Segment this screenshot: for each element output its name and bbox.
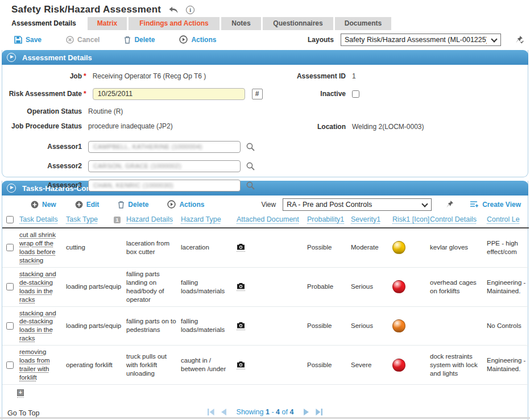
layouts-select[interactable]: Safety Risk/Hazard Assessment (ML-001225…	[341, 34, 501, 46]
job-procedure-status-row: Job Procedure Status procedure inadequat…	[2, 119, 264, 134]
job-procedure-status-label: Job Procedure Status	[2, 122, 82, 130]
location-row: Location Welding 2(LOCM-0003)	[263, 119, 525, 134]
row-checkbox[interactable]	[6, 322, 14, 330]
tab-findings-and-actions[interactable]: Findings and Actions	[129, 17, 220, 30]
column-task-details[interactable]: Task Details	[19, 215, 57, 223]
risk-assessment-date-input[interactable]	[93, 88, 245, 100]
tasks-hazards-controls-panel: Tasks-Hazards-Controls New Edit Delete A…	[2, 181, 528, 420]
page-title: Safety Risk/Hazard Assessment	[11, 4, 161, 15]
cancel-icon	[66, 36, 74, 44]
assessment-details-panel: Assessment Details Job * Receiving Opera…	[2, 50, 528, 177]
attached-document-link[interactable]	[237, 361, 245, 369]
calendar-picker-icon[interactable]: #	[252, 89, 263, 99]
page: Safety Risk/Hazard Assessment i Assessme…	[0, 0, 530, 420]
trash-icon	[124, 36, 131, 44]
job-procedure-status-value: procedure inadequate (JP2)	[88, 122, 173, 130]
previous-page-icon[interactable]	[220, 408, 227, 416]
task-details-link[interactable]: cut all shrink wrap off the loads before…	[19, 231, 61, 265]
assessor2-label: Assessor2	[2, 162, 82, 170]
actions-button[interactable]: Actions	[179, 35, 216, 44]
table-row: removing loads from trailer with forklif…	[2, 346, 529, 385]
create-view-button[interactable]: Create View	[470, 201, 521, 209]
create-view-icon	[470, 201, 479, 208]
attached-document-link[interactable]	[237, 282, 245, 291]
inactive-checkbox[interactable]	[352, 90, 359, 98]
table-row: stacking and de-stacking loads in the ra…	[2, 268, 529, 307]
tasks-table: Task Details Task Type1 Hazard Details H…	[2, 213, 529, 385]
add-row-area: +	[2, 385, 528, 398]
column-hazard-type[interactable]: Hazard Type	[181, 215, 221, 223]
last-page-icon[interactable]	[315, 408, 323, 416]
job-value: Receiving Operator T6 (Recg Op T6 )	[93, 72, 206, 80]
task-details-link[interactable]: stacking and de-stacking loads in the ra…	[19, 309, 61, 343]
cancel-button[interactable]: Cancel	[66, 36, 100, 44]
new-icon	[31, 201, 39, 209]
tab-questionnaires[interactable]: Questionnaires	[263, 17, 333, 30]
new-button[interactable]: New	[31, 201, 56, 209]
info-icon[interactable]: i	[186, 6, 194, 14]
column-task-type[interactable]: Task Type	[66, 215, 98, 223]
add-row-button[interactable]: +	[17, 388, 24, 398]
risk-assessment-date-row: Risk Assessment Date * #	[2, 84, 264, 104]
row-checkbox[interactable]	[6, 244, 14, 251]
collapse-play-icon[interactable]	[7, 184, 16, 193]
view-label: View	[261, 201, 276, 209]
sort-order-badge: 1	[114, 217, 121, 223]
column-control-details[interactable]: Control Details	[430, 215, 477, 223]
next-page-icon[interactable]	[303, 408, 310, 416]
main-toolbar: Save Cancel Delete Actions Layouts Safet…	[0, 30, 530, 49]
page-bottom-divider	[0, 417, 530, 419]
task-details-link[interactable]: stacking and de-stacking loads in the ra…	[19, 270, 61, 304]
date-label: Risk Assessment Date	[2, 90, 82, 98]
attached-document-link[interactable]	[237, 322, 245, 330]
tab-assessment-details[interactable]: Assessment Details	[2, 17, 86, 30]
attached-document-link[interactable]	[237, 243, 245, 252]
operation-status-value: Routine (R)	[88, 107, 123, 115]
task-details-link[interactable]: removing loads from trailer with forklif…	[19, 348, 61, 382]
edit-button[interactable]: Edit	[75, 201, 100, 209]
save-button[interactable]: Save	[14, 36, 42, 44]
assessor3-search-icon[interactable]	[246, 181, 255, 190]
delete-row-button[interactable]: Delete	[118, 201, 148, 209]
risk-icon	[392, 319, 405, 332]
select-all-checkbox[interactable]	[6, 216, 14, 223]
assessment-id-value: 1	[352, 72, 356, 80]
total-count: 4	[289, 408, 293, 416]
row-checkbox[interactable]	[6, 283, 14, 290]
job-label: Job	[2, 72, 82, 80]
assessor2-input[interactable]: CARSON, GRACE (1000002)	[88, 160, 241, 172]
tab-notes[interactable]: Notes	[221, 17, 261, 30]
column-severity1[interactable]: Severity1	[351, 215, 380, 223]
column-risk1-icon[interactable]: Risk1 [Icon]	[392, 215, 429, 223]
save-icon	[14, 36, 22, 44]
assessor1-search-icon[interactable]	[246, 142, 255, 152]
section-title: Assessment Details	[22, 53, 92, 62]
collapse-play-icon[interactable]	[7, 53, 16, 62]
view-select[interactable]: RA - Pre and Post Controls	[283, 198, 432, 211]
tab-bar: Assessment Details Matrix Findings and A…	[0, 17, 530, 30]
pin-icon[interactable]	[515, 35, 524, 44]
assessor1-input[interactable]: CAMPBELL, KATHERINE (1000004)	[88, 141, 241, 153]
assessor2-row: Assessor2 CARSON, GRACE (1000002)	[2, 156, 264, 176]
edit-icon	[75, 201, 83, 209]
tab-matrix[interactable]: Matrix	[88, 17, 127, 30]
delete-button[interactable]: Delete	[124, 36, 155, 44]
column-control-level[interactable]: Control Le	[487, 215, 520, 223]
first-page-icon[interactable]	[207, 408, 215, 416]
tab-documents[interactable]: Documents	[335, 17, 391, 30]
column-hazard-details[interactable]: Hazard Details	[126, 215, 173, 223]
location-value: Welding 2(LOCM-0003)	[352, 123, 424, 131]
undo-arrow-icon[interactable]	[168, 6, 179, 14]
assessor1-row: Assessor1 CAMPBELL, KATHERINE (1000004)	[2, 137, 264, 156]
title-bar: Safety Risk/Hazard Assessment i	[0, 0, 530, 17]
column-attached-document[interactable]: Attached Document	[237, 215, 299, 223]
assessor3-input[interactable]: CHAN, KENRIC (1000030)	[88, 180, 241, 192]
risk-icon	[392, 280, 405, 293]
required-marker: *	[84, 90, 86, 98]
view-pin-icon[interactable]	[445, 200, 455, 209]
column-probability1[interactable]: Probability1	[307, 215, 344, 223]
row-actions-button[interactable]: Actions	[167, 200, 204, 209]
assessor2-search-icon[interactable]	[246, 161, 255, 171]
camera-icon	[237, 282, 245, 289]
row-checkbox[interactable]	[6, 361, 14, 369]
